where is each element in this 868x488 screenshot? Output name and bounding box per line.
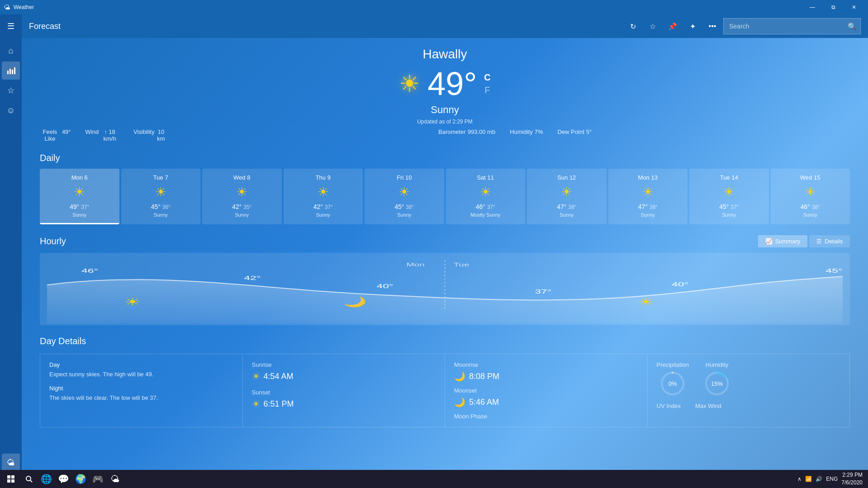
day-high-6: 47° bbox=[557, 203, 566, 210]
day-card-7[interactable]: Mon 13 ☀ 47° 38° Sunny bbox=[608, 169, 688, 224]
hourly-tabs: 📈 Summary ☰ Details bbox=[758, 235, 850, 247]
moonrise-row: Moonrise 🌙 8:08 PM bbox=[454, 361, 638, 382]
celsius-unit[interactable]: C bbox=[484, 71, 490, 84]
day-sun-8: ☀ bbox=[694, 185, 764, 199]
minimize-button[interactable]: — bbox=[802, 0, 823, 14]
tray-expand[interactable]: ∧ bbox=[797, 476, 802, 482]
taskbar: 🌐 💬 🌍 🎮 🌤 ∧ 📶 🔊 ENG 2:29 PM 7/6/2020 bbox=[0, 470, 868, 488]
app-container: ⌂ ☆ ☺ 🌤 ⚙ Hawally ☀ 49° C F Sunny Update… bbox=[0, 38, 868, 488]
taskbar-chrome[interactable]: 🌐 bbox=[38, 471, 54, 487]
title-bar: 🌤 Weather — ⧉ ✕ bbox=[0, 0, 868, 14]
day-sun-6: ☀ bbox=[531, 185, 602, 199]
visibility-value: 10 km bbox=[157, 128, 166, 142]
sunrise-icon: ☀ bbox=[252, 371, 260, 382]
day-card-6[interactable]: Sun 12 ☀ 47° 38° Sunny bbox=[527, 169, 607, 224]
taskbar-discord[interactable]: 💬 bbox=[55, 471, 71, 487]
moonset-label: Moonset bbox=[454, 387, 638, 394]
day-high-8: 45° bbox=[719, 203, 729, 210]
precipitation-label: Precipitation bbox=[657, 361, 689, 368]
day-card-4[interactable]: Fri 10 ☀ 45° 38° Sunny bbox=[365, 169, 444, 224]
day-high-4: 45° bbox=[394, 203, 404, 210]
favorite-button[interactable]: ☆ bbox=[644, 17, 662, 35]
hourly-chart: 46° 42° 40° 37° 40° 45° ☀ 🌙 ☀ Mon Tue bbox=[40, 253, 850, 325]
day-sun-3: ☀ bbox=[288, 185, 359, 199]
day-low-5: 37° bbox=[487, 204, 495, 210]
day-low-1: 36° bbox=[162, 204, 171, 210]
dewpoint-stat: Dew Point 5° bbox=[558, 128, 592, 142]
sparkle-button[interactable]: ✦ bbox=[683, 17, 702, 35]
day-temps-6: 47° 38° bbox=[531, 203, 602, 210]
day-card-8[interactable]: Tue 14 ☀ 45° 37° Sunny bbox=[689, 169, 769, 224]
day-card-0[interactable]: Mon 6 ☀ 49° 37° Sunny bbox=[40, 169, 119, 224]
moonset-value-row: 🌙 5:46 AM bbox=[454, 397, 638, 407]
day-card-9[interactable]: Wed 15 ☀ 46° 38° Sunny bbox=[771, 169, 850, 224]
taskbar-steam[interactable]: 🎮 bbox=[90, 471, 106, 487]
day-card-3[interactable]: Thu 9 ☀ 42° 37° Sunny bbox=[284, 169, 363, 224]
taskbar-time: 2:29 PM bbox=[841, 471, 863, 479]
sunset-value: 6:51 PM bbox=[264, 399, 294, 409]
sidebar-item-news[interactable]: ☺ bbox=[2, 101, 20, 119]
feels-like-value: 49° bbox=[62, 128, 71, 142]
humidity-gauge: 15% bbox=[703, 370, 730, 397]
day-high-2: 42° bbox=[232, 203, 242, 210]
svg-point-24 bbox=[26, 476, 31, 481]
sidebar-item-home[interactable]: ⌂ bbox=[2, 42, 20, 60]
hourly-title: Hourly bbox=[40, 236, 66, 246]
max-wind-label: Max Wind bbox=[695, 403, 721, 409]
moon-phase-label: Moon Phase bbox=[454, 413, 638, 420]
day-sun-2: ☀ bbox=[207, 185, 277, 199]
moonrise-label: Moonrise bbox=[454, 361, 638, 368]
day-label-0: Mon 6 bbox=[44, 174, 115, 181]
metrics-cell: Precipitation 0% Humidity bbox=[648, 354, 850, 427]
day-temps-9: 46° 38° bbox=[775, 203, 846, 210]
taskbar-browser2[interactable]: 🌍 bbox=[72, 471, 89, 487]
day-temps-7: 47° 38° bbox=[613, 203, 683, 210]
sunrise-value: 4:54 AM bbox=[264, 372, 294, 381]
details-grid: Day Expect sunny skies. The high will be… bbox=[40, 354, 850, 427]
summary-tab[interactable]: 📈 Summary bbox=[758, 235, 808, 247]
day-low-0: 37° bbox=[81, 204, 89, 210]
search-submit-button[interactable]: 🔍 bbox=[844, 18, 860, 34]
uv-wind-row: UV Index Max Wind bbox=[657, 403, 841, 409]
svg-text:☀: ☀ bbox=[637, 296, 655, 307]
more-button[interactable]: ••• bbox=[703, 17, 721, 35]
sunset-value-row: ☀ 6:51 PM bbox=[252, 398, 436, 409]
day-high-0: 49° bbox=[70, 203, 79, 210]
details-tab[interactable]: ☰ Details bbox=[809, 235, 850, 247]
day-card-1[interactable]: Tue 7 ☀ 45° 36° Sunny bbox=[121, 169, 201, 224]
sunrise-value-row: ☀ 4:54 AM bbox=[252, 371, 436, 382]
visibility-stat: Visibility 10 km bbox=[133, 128, 166, 142]
taskbar-search-button[interactable] bbox=[21, 471, 37, 487]
summary-label: Summary bbox=[775, 238, 801, 245]
sidebar-item-forecast[interactable] bbox=[2, 62, 20, 80]
day-low-3: 37° bbox=[325, 204, 333, 210]
fahrenheit-unit[interactable]: F bbox=[484, 84, 490, 96]
day-label-2: Wed 8 bbox=[207, 174, 277, 181]
hamburger-button[interactable]: ☰ bbox=[2, 17, 20, 35]
restore-button[interactable]: ⧉ bbox=[823, 0, 844, 14]
day-card-5[interactable]: Sat 11 ☀ 46° 37° Mostly Sunny bbox=[446, 169, 526, 224]
close-button[interactable]: ✕ bbox=[844, 0, 864, 14]
svg-text:40°: 40° bbox=[377, 283, 394, 289]
weather-stats-row2: Barometer 993.00 mb Humidity 7% Dew Poin… bbox=[180, 128, 850, 142]
circle-row: Precipitation 0% Humidity bbox=[657, 361, 841, 397]
svg-rect-21 bbox=[11, 475, 14, 479]
refresh-button[interactable]: ↻ bbox=[624, 17, 642, 35]
day-cond-8: Sunny bbox=[694, 212, 764, 218]
tray-volume: 🔊 bbox=[816, 476, 822, 482]
feels-like-stat: Feels Like 49° bbox=[40, 128, 71, 142]
day-cond-0: Sunny bbox=[44, 212, 115, 218]
taskbar-weather-task[interactable]: 🌤 bbox=[107, 471, 123, 487]
start-button[interactable] bbox=[2, 470, 20, 488]
day-label-8: Tue 14 bbox=[694, 174, 764, 181]
day-cond-5: Mostly Sunny bbox=[451, 212, 521, 218]
day-card-2[interactable]: Wed 8 ☀ 42° 35° Sunny bbox=[202, 169, 282, 224]
day-cond-3: Sunny bbox=[288, 212, 359, 218]
search-input[interactable] bbox=[724, 23, 844, 30]
weather-stats: Feels Like 49° Wind ↑ 18 km/h Visibility… bbox=[40, 128, 850, 142]
sunset-label: Sunset bbox=[252, 389, 436, 396]
svg-text:45°: 45° bbox=[825, 267, 842, 274]
day-label-3: Thu 9 bbox=[288, 174, 359, 181]
pin-button[interactable]: 📌 bbox=[664, 17, 682, 35]
sidebar-item-favorites[interactable]: ☆ bbox=[2, 81, 20, 99]
